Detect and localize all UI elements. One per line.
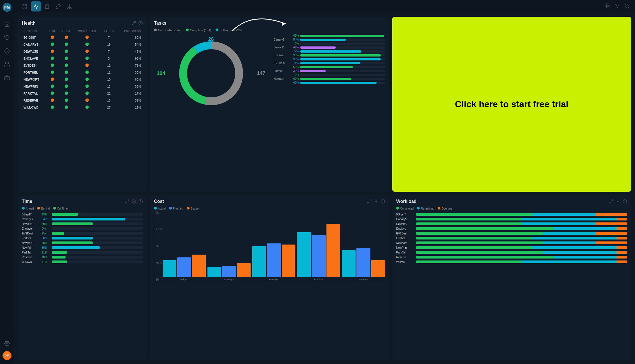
time-bar-fill [52, 237, 93, 239]
progress-value: 0% [291, 73, 299, 76]
health-title: Health [22, 21, 36, 26]
time-bar-fill [52, 213, 78, 216]
time-bar-container: 30% [42, 237, 143, 240]
table-row: NEWPRIN 13 35% [22, 83, 143, 90]
tab-hierarchy[interactable] [64, 1, 74, 11]
time-dot [46, 41, 59, 48]
expand-cost-icon[interactable] [367, 199, 372, 204]
workload-overdue-seg [596, 213, 627, 216]
filter-icon[interactable] [615, 3, 620, 9]
time-bar-container: 30% [42, 241, 143, 245]
topbar-tabs [20, 1, 74, 11]
time-dot [46, 34, 59, 41]
time-header: Time [22, 199, 143, 204]
cost-legend: Actual Planned Budget [154, 207, 385, 210]
svg-marker-20 [615, 4, 620, 8]
svg-point-1 [5, 62, 7, 64]
progress-bar-row: 95% [274, 58, 385, 61]
legend-remaining: Remaining [417, 207, 434, 210]
sidebar-item-home[interactable] [1, 18, 13, 30]
donut-label-complete: 104 [157, 71, 165, 76]
cost-group-label: 5GigsIT [180, 278, 189, 281]
search-icon[interactable] [624, 3, 629, 9]
help-icon[interactable] [138, 21, 143, 25]
print-icon[interactable] [605, 3, 610, 9]
cta-banner[interactable]: Click here to start free trial [392, 17, 631, 192]
gear-cost-icon[interactable] [374, 199, 378, 204]
svg-point-38 [381, 199, 384, 203]
cost-icons [367, 199, 385, 204]
time-bar-track [52, 241, 143, 244]
progress-bar-row: 72% [274, 50, 385, 53]
cost-dot [59, 69, 74, 76]
expand-workload-icon[interactable] [609, 199, 614, 204]
cost-bars-row [163, 255, 206, 277]
tasks-panel: Tasks Not Started (147) Complete (104) I… [150, 17, 389, 192]
cost-title: Cost [154, 199, 164, 204]
expand-icon[interactable] [132, 21, 136, 25]
progress-bar-row: CanaryS 54% [274, 38, 385, 41]
table-row: WILLOWD 27 11% [22, 104, 143, 111]
tasks-progress-section: 99% CanaryS 54% 0% DewaltB 42% 72% [271, 34, 385, 112]
sidebar-item-people[interactable] [1, 59, 13, 70]
progress-label: Newport [274, 77, 290, 80]
workload-remaining-seg [553, 256, 617, 259]
workload-dot [74, 34, 101, 41]
workload-row: ParkTal [396, 251, 627, 254]
project-name: NEWPRIN [22, 83, 46, 90]
cost-dot [59, 34, 74, 41]
cost-bar [297, 232, 311, 277]
progress-bar-bg [300, 39, 385, 41]
project-name: CANARYS [22, 41, 46, 48]
tasks-header: Tasks [154, 21, 385, 26]
help-cost-icon[interactable] [380, 199, 385, 204]
tasks-count: 7 [101, 34, 117, 41]
progress-bar-row: 99% [274, 34, 385, 37]
svg-point-37 [375, 201, 377, 202]
tab-clipboard[interactable] [42, 1, 52, 11]
time-pct-label: 9% [42, 232, 51, 235]
tasks-inner: 26 104 147 99% CanaryS 54% 0% Dewal [154, 34, 385, 112]
sidebar-item-settings[interactable] [1, 338, 13, 349]
svg-point-42 [623, 199, 627, 203]
workload-row-label: Reserve [396, 256, 414, 259]
legend-budget: Budget [187, 207, 200, 210]
time-bar-container: 9% [42, 232, 143, 235]
progress-bar-row: 62% [274, 65, 385, 69]
progress-bar-row: EV1Desi 71% [274, 62, 385, 65]
help-workload-icon[interactable] [623, 199, 627, 204]
help-time-icon[interactable] [138, 199, 143, 204]
expand-time-icon[interactable] [125, 199, 129, 204]
tab-link[interactable] [53, 1, 63, 11]
workload-rows: 5GigsIT CanaryS DewaltB Enclave EV1Desi [396, 213, 627, 265]
workload-bar-track [416, 232, 627, 235]
sidebar-item-avatar[interactable]: PM [3, 351, 11, 360]
time-title: Time [22, 199, 32, 204]
svg-point-11 [69, 4, 70, 5]
tasks-legend: Not Started (147) Complete (104) In Prog… [154, 29, 385, 32]
sidebar-item-briefcase[interactable] [1, 72, 13, 83]
progress-bar-bg [300, 43, 385, 45]
cost-dot [59, 41, 74, 48]
tab-grid[interactable] [20, 1, 30, 11]
sidebar-item-history[interactable] [1, 45, 13, 57]
cost-bar [312, 235, 325, 277]
tasks-count: 22 [101, 90, 117, 97]
time-pct-label: 10% [42, 256, 51, 259]
progress-value: 90% [291, 81, 299, 84]
gear-workload-icon[interactable] [616, 199, 620, 204]
time-dot [46, 97, 59, 104]
time-bar-container: 0% [42, 227, 143, 230]
sidebar-item-refresh[interactable] [1, 32, 13, 43]
sidebar-item-add[interactable] [1, 324, 13, 335]
y-label-0: $0 [156, 278, 162, 281]
progress-pct: 11% [117, 104, 143, 111]
svg-point-41 [618, 201, 619, 202]
tab-chart[interactable] [31, 1, 41, 11]
cost-bars-area: 5GigsITCanarySDewaltBEnclaveEV1Desi [154, 211, 385, 281]
svg-rect-6 [23, 4, 24, 6]
workload-overdue-seg [617, 218, 627, 220]
gear-time-icon[interactable] [132, 199, 136, 204]
tasks-count: 3 [101, 55, 117, 62]
cost-bars-row [342, 248, 385, 277]
